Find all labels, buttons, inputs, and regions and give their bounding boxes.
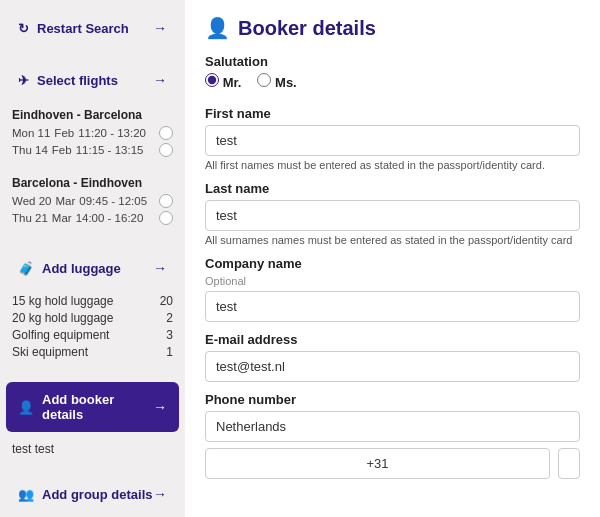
- main-content: 👤 Booker details Salutation Mr. Ms. Firs…: [185, 0, 600, 517]
- luggage-section: 15 kg hold luggage 20 20 kg hold luggage…: [0, 290, 185, 368]
- salutation-radio-group: Mr. Ms.: [205, 73, 580, 94]
- salutation-ms-label: Ms.: [275, 75, 297, 90]
- luggage-count-3: 3: [166, 328, 173, 342]
- sidebar-item-add-group[interactable]: 👥 Add group details →: [6, 476, 179, 512]
- flight-time-1: 11:20 - 13:20: [78, 127, 146, 139]
- luggage-count-1: 20: [160, 294, 173, 308]
- booker-icon: 👤: [18, 400, 34, 415]
- sidebar-item-add-luggage[interactable]: 🧳 Add luggage →: [6, 250, 179, 286]
- flight-month-4: Mar: [52, 212, 72, 224]
- luggage-row-1: 15 kg hold luggage 20: [12, 294, 173, 308]
- flight-time-4: 14:00 - 16:20: [76, 212, 144, 224]
- email-input[interactable]: [205, 351, 580, 382]
- company-name-group: Company name Optional: [205, 256, 580, 322]
- sidebar-luggage-label: Add luggage: [42, 261, 121, 276]
- last-name-group: Last name All surnames names must be ent…: [205, 181, 580, 246]
- luggage-label-1: 15 kg hold luggage: [12, 294, 113, 308]
- route-2-label: Barcelona - Eindhoven: [12, 176, 173, 190]
- flight-day-1: Mon 11: [12, 127, 50, 139]
- company-name-label: Company name: [205, 256, 580, 271]
- phone-number-input[interactable]: [558, 448, 580, 479]
- luggage-label-4: Ski equipment: [12, 345, 88, 359]
- sidebar-flights-label: Select flights: [37, 73, 118, 88]
- flight-month-2: Feb: [52, 144, 72, 156]
- flight-section-2: Barcelona - Eindhoven Wed 20 Mar 09:45 -…: [0, 170, 185, 236]
- flights-arrow-icon: →: [153, 72, 167, 88]
- first-name-group: First name All first names must be enter…: [205, 106, 580, 171]
- flight-day-4: Thu 21: [12, 212, 48, 224]
- sidebar: ↻ Restart Search → ✈ Select flights → Ei…: [0, 0, 185, 517]
- route-1-label: Eindhoven - Barcelona: [12, 108, 173, 122]
- flight-circle-3: [159, 194, 173, 208]
- user-info: test test: [0, 436, 185, 462]
- last-name-label: Last name: [205, 181, 580, 196]
- sidebar-item-select-flights[interactable]: ✈ Select flights →: [6, 62, 179, 98]
- company-name-optional: Optional: [205, 275, 580, 287]
- sidebar-restart-label: Restart Search: [37, 21, 129, 36]
- phone-label: Phone number: [205, 392, 580, 407]
- flight-row-1: Mon 11 Feb 11:20 - 13:20: [12, 126, 173, 140]
- restart-icon: ↻: [18, 21, 29, 36]
- email-label: E-mail address: [205, 332, 580, 347]
- salutation-mr-label: Mr.: [223, 75, 242, 90]
- luggage-icon: 🧳: [18, 261, 34, 276]
- user-info-text: test test: [12, 442, 54, 456]
- phone-row: [205, 448, 580, 479]
- last-name-input[interactable]: [205, 200, 580, 231]
- page-title-text: Booker details: [238, 17, 376, 40]
- flight-circle-2: [159, 143, 173, 157]
- phone-country-select[interactable]: Netherlands: [205, 411, 580, 442]
- flight-circle-4: [159, 211, 173, 225]
- first-name-hint: All first names must be entered as state…: [205, 159, 580, 171]
- page-title: 👤 Booker details: [205, 16, 580, 40]
- luggage-count-4: 1: [166, 345, 173, 359]
- group-icon: 👥: [18, 487, 34, 502]
- salutation-ms-radio[interactable]: [257, 73, 271, 87]
- flight-row-3: Wed 20 Mar 09:45 - 12:05: [12, 194, 173, 208]
- company-name-input[interactable]: [205, 291, 580, 322]
- first-name-input[interactable]: [205, 125, 580, 156]
- flight-circle-1: [159, 126, 173, 140]
- flight-month-3: Mar: [55, 195, 75, 207]
- flight-section-1: Eindhoven - Barcelona Mon 11 Feb 11:20 -…: [0, 102, 185, 168]
- luggage-row-2: 20 kg hold luggage 2: [12, 311, 173, 325]
- booker-arrow-icon: →: [153, 399, 167, 415]
- flight-time-3: 09:45 - 12:05: [79, 195, 147, 207]
- salutation-ms-option[interactable]: Ms.: [257, 73, 296, 90]
- sidebar-booker-label: Add booker details: [42, 392, 153, 422]
- salutation-group: Salutation Mr. Ms.: [205, 54, 580, 94]
- page-title-icon: 👤: [205, 16, 230, 40]
- flight-day-2: Thu 14: [12, 144, 48, 156]
- email-group: E-mail address: [205, 332, 580, 382]
- sidebar-item-add-booker[interactable]: 👤 Add booker details →: [6, 382, 179, 432]
- restart-arrow-icon: →: [153, 20, 167, 36]
- flight-month-1: Feb: [54, 127, 74, 139]
- last-name-hint: All surnames names must be entered as st…: [205, 234, 580, 246]
- salutation-mr-radio[interactable]: [205, 73, 219, 87]
- sidebar-group-label: Add group details: [42, 487, 153, 502]
- group-arrow-icon: →: [153, 486, 167, 502]
- phone-code-input[interactable]: [205, 448, 550, 479]
- luggage-label-2: 20 kg hold luggage: [12, 311, 113, 325]
- flight-time-2: 11:15 - 13:15: [76, 144, 144, 156]
- flight-row-2: Thu 14 Feb 11:15 - 13:15: [12, 143, 173, 157]
- flight-day-3: Wed 20: [12, 195, 51, 207]
- luggage-count-2: 2: [166, 311, 173, 325]
- luggage-row-3: Golfing equipment 3: [12, 328, 173, 342]
- first-name-label: First name: [205, 106, 580, 121]
- phone-group: Phone number Netherlands: [205, 392, 580, 479]
- flight-row-4: Thu 21 Mar 14:00 - 16:20: [12, 211, 173, 225]
- sidebar-item-restart-search[interactable]: ↻ Restart Search →: [6, 10, 179, 46]
- flight-icon: ✈: [18, 73, 29, 88]
- luggage-label-3: Golfing equipment: [12, 328, 109, 342]
- luggage-arrow-icon: →: [153, 260, 167, 276]
- luggage-row-4: Ski equipment 1: [12, 345, 173, 359]
- salutation-label: Salutation: [205, 54, 580, 69]
- salutation-mr-option[interactable]: Mr.: [205, 73, 241, 90]
